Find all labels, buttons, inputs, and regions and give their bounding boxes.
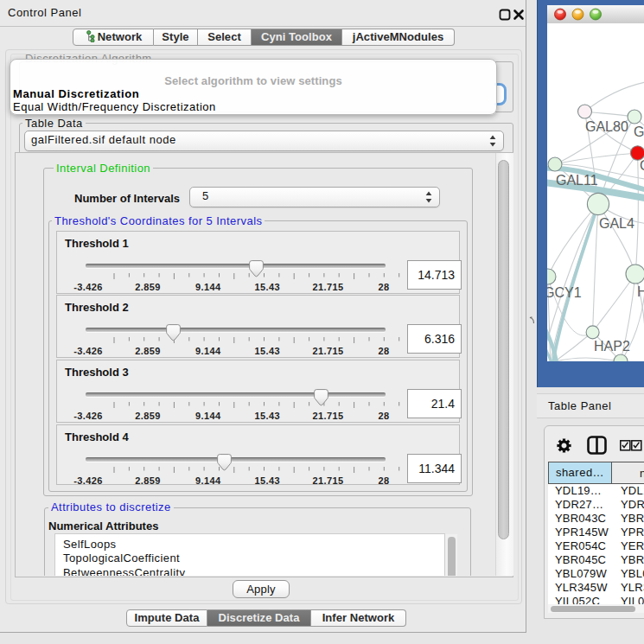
svg-text:H: H: [637, 284, 644, 299]
svg-text:GAL11: GAL11: [556, 173, 598, 188]
svg-text:G.: G.: [634, 124, 644, 139]
svg-text:HAP2: HAP2: [594, 339, 630, 354]
svg-text:GAL4: GAL4: [599, 216, 634, 231]
svg-text:GAL80: GAL80: [585, 119, 628, 134]
svg-text:C: C: [640, 158, 644, 173]
svg-text:GCY1: GCY1: [547, 285, 582, 300]
